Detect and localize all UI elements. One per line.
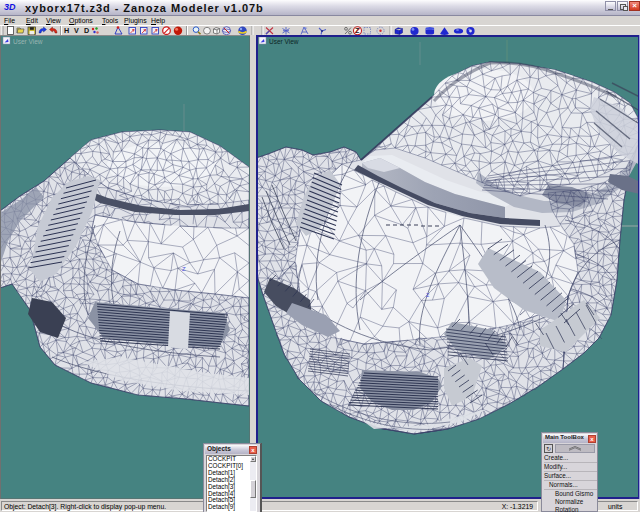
svg-text:User View: User View [13,38,43,45]
svg-text:User View: User View [269,38,299,45]
svg-text:Z: Z [182,266,186,272]
svg-text:H: H [64,26,69,35]
svg-text:V: V [74,26,79,35]
svg-text:D: D [84,26,89,35]
